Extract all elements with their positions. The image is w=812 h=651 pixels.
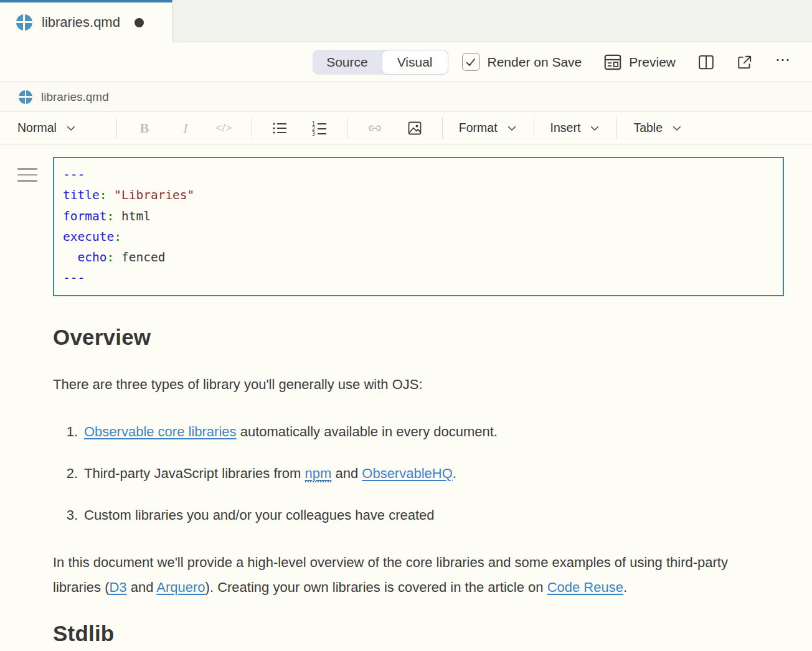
text-run: . [453, 466, 456, 481]
text-run: ). Creating your own libraries is covere… [205, 579, 547, 595]
breadcrumb-file-name[interactable]: libraries.qmd [41, 90, 109, 104]
render-on-save-label: Render on Save [488, 55, 582, 70]
italic-button[interactable]: I [171, 116, 201, 140]
chevron-down-icon [671, 123, 682, 134]
intro-paragraph: There are three types of library you'll … [53, 372, 769, 397]
visual-editor-canvas[interactable]: ---title: "Libraries"format: htmlexecute… [0, 144, 812, 650]
toolbar-divider [252, 118, 252, 139]
list-item-text: Third-party JavaScript libraries from np… [84, 461, 456, 486]
text-run: . [623, 579, 627, 595]
list-item-text: Observable core libraries automatically … [84, 419, 498, 444]
tab-bar-empty-area [172, 0, 812, 42]
format-menu-label: Format [459, 121, 498, 135]
chevron-down-icon [506, 123, 517, 134]
table-menu-dropdown[interactable]: Table [630, 121, 686, 135]
yaml-line: execute: [63, 227, 783, 247]
observable-core-libraries-link[interactable]: Observable core libraries [84, 424, 237, 439]
library-types-list: 1. Observable core libraries automatical… [53, 419, 769, 528]
inline-code-button[interactable]: </> [209, 116, 239, 140]
split-editor-icon[interactable] [698, 54, 714, 70]
list-item-number: 2. [60, 461, 78, 486]
text-run: and [331, 466, 362, 481]
insert-menu-dropdown[interactable]: Insert [547, 121, 605, 135]
d3-link[interactable]: D3 [109, 579, 126, 595]
format-toolbar: Normal B I </> 123 Format Insert Table [0, 112, 812, 144]
section-heading-overview: Overview [53, 325, 769, 350]
list-item-number: 1. [60, 419, 78, 444]
svg-text:3: 3 [312, 131, 315, 136]
list-item-number: 3. [60, 503, 78, 528]
quarto-file-icon [16, 14, 32, 30]
bullet-list-button[interactable] [265, 116, 295, 140]
code-reuse-link[interactable]: Code Reuse [547, 579, 623, 595]
text-run: automatically available in every documen… [237, 424, 498, 439]
checkmark-icon [465, 57, 476, 68]
more-options-icon[interactable]: ⋯ [775, 52, 792, 72]
chevron-down-icon [589, 123, 600, 134]
outline-menu-icon[interactable] [17, 168, 37, 182]
yaml-front-matter-block[interactable]: ---title: "Libraries"format: htmlexecute… [53, 157, 784, 296]
toolbar-divider [616, 118, 617, 139]
tab-libraries-qmd[interactable]: libraries.qmd [0, 0, 172, 42]
chevron-down-icon [65, 123, 77, 134]
npm-link[interactable]: npm [305, 466, 332, 482]
yaml-line: title: "Libraries" [63, 185, 783, 205]
table-menu-label: Table [633, 121, 663, 135]
unsaved-changes-dot-icon [135, 18, 144, 27]
toolbar-divider [347, 118, 347, 139]
closing-paragraph: In this document we'll provide a high-le… [53, 550, 769, 600]
editor-tab-bar: libraries.qmd [0, 0, 812, 42]
source-visual-toggle: Source Visual [313, 50, 448, 75]
numbered-list-button[interactable]: 123 [304, 116, 334, 140]
toolbar-divider [116, 118, 117, 139]
paragraph-style-label: Normal [17, 121, 57, 135]
paragraph-style-dropdown[interactable]: Normal [14, 121, 80, 135]
source-mode-button[interactable]: Source [313, 50, 382, 75]
insert-menu-label: Insert [550, 121, 581, 135]
render-on-save-checkbox[interactable] [462, 53, 480, 71]
visual-mode-button[interactable]: Visual [382, 50, 448, 75]
open-external-icon[interactable] [737, 54, 753, 70]
yaml-line: --- [63, 268, 783, 288]
list-item: 3. Custom libraries you and/or your coll… [53, 503, 769, 528]
section-heading-stdlib: Stdlib [53, 621, 769, 646]
toolbar-divider [534, 118, 534, 139]
arquero-link[interactable]: Arquero [156, 579, 205, 595]
yaml-line: echo: fenced [63, 247, 783, 268]
toolbar-divider [442, 118, 443, 139]
insert-image-button[interactable] [400, 116, 430, 140]
insert-link-button[interactable] [360, 116, 390, 140]
observablehq-link[interactable]: ObservableHQ [362, 466, 453, 481]
text-run: Custom libraries you and/or your colleag… [84, 507, 435, 523]
list-item-text: Custom libraries you and/or your colleag… [84, 503, 435, 528]
yaml-line: format: html [63, 206, 783, 227]
tab-title: libraries.qmd [42, 14, 120, 30]
breadcrumb: libraries.qmd [0, 82, 812, 112]
format-menu-dropdown[interactable]: Format [455, 121, 521, 135]
yaml-line: --- [63, 164, 783, 185]
preview-icon[interactable] [604, 54, 621, 70]
quarto-file-icon [19, 90, 32, 104]
bold-button[interactable]: B [130, 116, 159, 140]
list-item: 2. Third-party JavaScript libraries from… [53, 461, 769, 486]
list-item: 1. Observable core libraries automatical… [53, 419, 769, 444]
preview-button[interactable]: Preview [629, 55, 676, 70]
text-run: and [127, 579, 157, 595]
editor-toolbar: Source Visual Render on Save Preview ⋯ [0, 42, 812, 82]
text-run: Third-party JavaScript libraries from [84, 466, 305, 481]
